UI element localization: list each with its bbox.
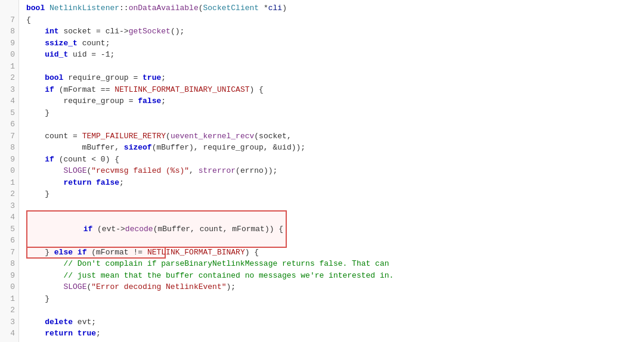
code-line: } [26,107,644,119]
code-line: mBuffer, sizeof(mBuffer), require_group,… [26,142,644,154]
code-line: { [26,14,644,26]
code-line [26,119,644,130]
line-numbers: 7 8 9 0 1 2 3 4 5 6 7 8 9 0 1 2 3 4 5 6 … [0,0,19,342]
code-line: // just mean that the buffer contained n… [26,270,644,282]
code-line: } [26,293,644,305]
code-line: SLOGE("recvmsg failed (%s)", strerror(er… [26,165,644,177]
code-container: 7 8 9 0 1 2 3 4 5 6 7 8 9 0 1 2 3 4 5 6 … [0,0,644,342]
code-line: bool require_group = true; [26,72,644,84]
code-line: delete evt; [26,316,644,328]
code-line: return false; [26,177,644,189]
code-line: } [26,340,644,343]
code-line: if (mFormat == NETLINK_FORMAT_BINARY_UNI… [26,84,644,96]
code-line: } [26,188,644,200]
code-line: ssize_t count; [26,38,644,49]
code-line [26,304,644,316]
code-line-boxed-1: if (evt->decode(mBuffer, count, mFormat)… [26,223,644,235]
code-line: bool NetlinkListener::onDataAvailable(So… [26,2,644,14]
code-line: int socket = cli->getSocket(); [26,26,644,38]
code-line: // Don't complain if parseBinaryNetlinkM… [26,258,644,270]
code-line: } else if (mFormat != NETLINK_FORMAT_BIN… [26,247,644,259]
code-line: if (count < 0) { [26,154,644,166]
code-line: return true; [26,328,644,340]
code-area: bool NetlinkListener::onDataAvailable(So… [19,0,644,342]
code-line: require_group = false; [26,95,644,107]
code-line: count = TEMP_FAILURE_RETRY(uevent_kernel… [26,130,644,142]
code-line: SLOGE("Error decoding NetlinkEvent"); [26,281,644,293]
code-line [26,61,644,73]
code-line: uid_t uid = -1; [26,49,644,61]
